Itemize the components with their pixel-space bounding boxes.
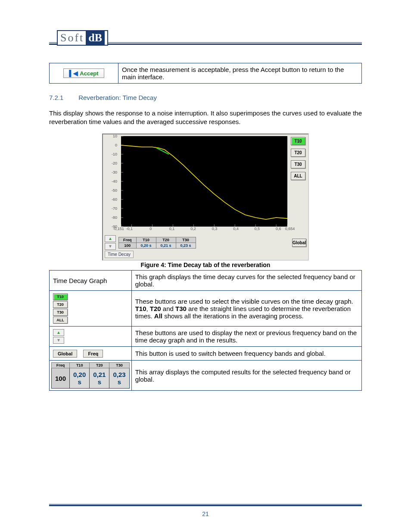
accept-label: Accept (80, 70, 98, 77)
desc-text-0: This graph displays the time decay curve… (131, 271, 361, 291)
arrow-stack: ▲ ▼ (53, 329, 64, 344)
logo-soft: Soft (60, 31, 84, 44)
freq-down-button[interactable]: ▼ (105, 243, 116, 250)
desc-text-4: This array displays the computed results… (131, 361, 361, 391)
accept-button[interactable]: ▌◀ Accept (63, 68, 104, 78)
curve-button-t20[interactable]: T20 (291, 149, 305, 157)
results-table-small: FreqT10T20T301000,20 s0,21 s0,23 s (51, 362, 130, 389)
accept-description: Once the measurement is acceptable, pres… (118, 63, 362, 84)
tab-label[interactable]: Time Decay (105, 251, 134, 258)
freq-up-button-small[interactable]: ▲ (53, 329, 64, 336)
curve-button-t30[interactable]: T30 (291, 160, 305, 168)
section-heading: 7.2.1 Reverberation: Time Decay (49, 94, 362, 101)
results-table: FreqT10T20T301000,20 s0,21 s0,23 s (118, 237, 196, 249)
curve-button-all[interactable]: ALL (291, 172, 305, 180)
freq-down-button-small[interactable]: ▼ (53, 337, 64, 344)
logo-db: dB (86, 30, 105, 46)
y-axis: 100-10-20-30-40-50-60-70-80-90 (105, 136, 118, 227)
curve-button-t30-small[interactable]: T30 (53, 309, 68, 316)
freq-step-buttons: ▲ ▼ (105, 235, 116, 250)
rule-left (49, 42, 57, 45)
footer-rule (49, 504, 362, 506)
description-table: Time Decay Graph This graph displays the… (49, 270, 362, 391)
figure-caption: Figure 4: Time Decay tab of the reverber… (49, 261, 362, 268)
section-number: 7.2.1 (49, 94, 77, 101)
desc-text-3: This button is used to switch between fr… (131, 347, 361, 361)
curve-button-t10-small[interactable]: T10 (53, 293, 68, 300)
curve-button-t10[interactable]: T10 (291, 137, 305, 145)
desc-text-1: These buttons are used to select the vis… (131, 291, 361, 327)
curve-button-t20-small[interactable]: T20 (53, 301, 68, 308)
global-button[interactable]: Global (292, 239, 306, 247)
t-button-stack: T10T20T30ALL (53, 293, 68, 324)
global-button-small[interactable]: Global (53, 350, 77, 358)
freq-up-button[interactable]: ▲ (105, 235, 116, 242)
rule-right (108, 42, 362, 45)
desc-label-0: Time Decay Graph (50, 271, 132, 291)
decay-plot (121, 136, 287, 227)
curve-button-all-small[interactable]: ALL (53, 317, 68, 324)
accept-icon: ▌◀ (69, 70, 78, 77)
curve-buttons: T10T20T30ALL (290, 136, 306, 227)
accept-table: ▌◀ Accept Once the measurement is accept… (49, 63, 362, 84)
x-axis: -0,151-0,100,10,20,30,40,50,60,654 (118, 227, 290, 233)
freq-button-small[interactable]: Freq (83, 350, 103, 358)
logo: Soft dB (57, 30, 108, 46)
header: Soft dB (49, 30, 362, 46)
time-decay-figure: 100-10-20-30-40-50-60-70-80-90 T10T20T30… (102, 134, 309, 261)
section-title: Reverberation: Time Decay (78, 94, 157, 101)
intro-paragraph: This display shows the response to a noi… (49, 109, 362, 126)
page-number: 21 (0, 510, 411, 517)
desc-text-2: These buttons are used to display the ne… (131, 327, 361, 347)
